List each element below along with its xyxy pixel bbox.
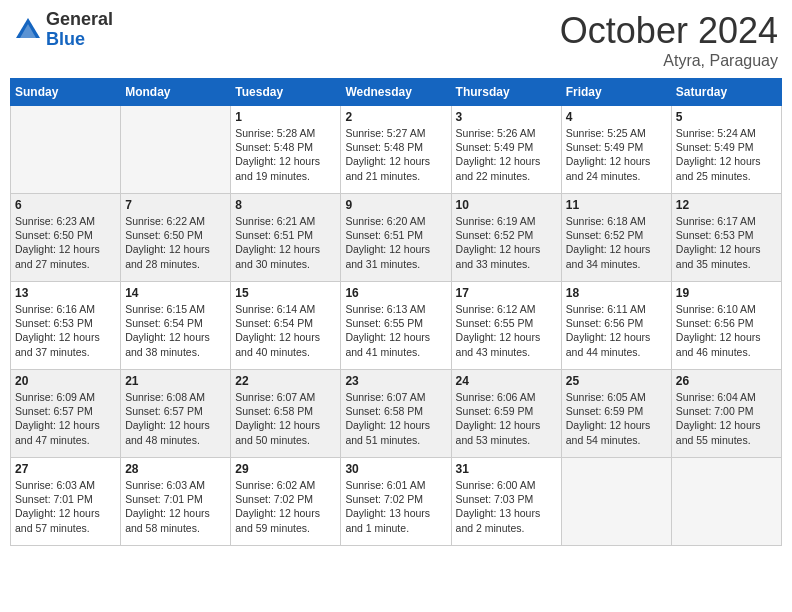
calendar-cell: 19Sunrise: 6:10 AM Sunset: 6:56 PM Dayli… <box>671 282 781 370</box>
day-number: 23 <box>345 374 446 388</box>
calendar-cell: 5Sunrise: 5:24 AM Sunset: 5:49 PM Daylig… <box>671 106 781 194</box>
location-subtitle: Atyra, Paraguay <box>560 52 778 70</box>
calendar-dow-tuesday: Tuesday <box>231 79 341 106</box>
day-number: 19 <box>676 286 777 300</box>
month-title: October 2024 <box>560 10 778 52</box>
day-number: 3 <box>456 110 557 124</box>
calendar-cell: 14Sunrise: 6:15 AM Sunset: 6:54 PM Dayli… <box>121 282 231 370</box>
logo-icon <box>14 16 42 44</box>
logo-general: General <box>46 10 113 30</box>
calendar-cell: 20Sunrise: 6:09 AM Sunset: 6:57 PM Dayli… <box>11 370 121 458</box>
day-number: 11 <box>566 198 667 212</box>
day-number: 21 <box>125 374 226 388</box>
day-info: Sunrise: 5:25 AM Sunset: 5:49 PM Dayligh… <box>566 126 667 183</box>
day-info: Sunrise: 6:09 AM Sunset: 6:57 PM Dayligh… <box>15 390 116 447</box>
calendar-table: SundayMondayTuesdayWednesdayThursdayFrid… <box>10 78 782 546</box>
calendar-cell <box>11 106 121 194</box>
calendar-cell: 11Sunrise: 6:18 AM Sunset: 6:52 PM Dayli… <box>561 194 671 282</box>
day-info: Sunrise: 6:21 AM Sunset: 6:51 PM Dayligh… <box>235 214 336 271</box>
day-info: Sunrise: 6:11 AM Sunset: 6:56 PM Dayligh… <box>566 302 667 359</box>
calendar-cell: 3Sunrise: 5:26 AM Sunset: 5:49 PM Daylig… <box>451 106 561 194</box>
calendar-dow-sunday: Sunday <box>11 79 121 106</box>
calendar-week-row: 6Sunrise: 6:23 AM Sunset: 6:50 PM Daylig… <box>11 194 782 282</box>
calendar-cell: 30Sunrise: 6:01 AM Sunset: 7:02 PM Dayli… <box>341 458 451 546</box>
day-info: Sunrise: 6:04 AM Sunset: 7:00 PM Dayligh… <box>676 390 777 447</box>
calendar-cell: 22Sunrise: 6:07 AM Sunset: 6:58 PM Dayli… <box>231 370 341 458</box>
calendar-cell: 4Sunrise: 5:25 AM Sunset: 5:49 PM Daylig… <box>561 106 671 194</box>
calendar-cell: 9Sunrise: 6:20 AM Sunset: 6:51 PM Daylig… <box>341 194 451 282</box>
day-info: Sunrise: 6:23 AM Sunset: 6:50 PM Dayligh… <box>15 214 116 271</box>
calendar-cell: 21Sunrise: 6:08 AM Sunset: 6:57 PM Dayli… <box>121 370 231 458</box>
calendar-week-row: 20Sunrise: 6:09 AM Sunset: 6:57 PM Dayli… <box>11 370 782 458</box>
calendar-cell: 15Sunrise: 6:14 AM Sunset: 6:54 PM Dayli… <box>231 282 341 370</box>
calendar-cell: 8Sunrise: 6:21 AM Sunset: 6:51 PM Daylig… <box>231 194 341 282</box>
calendar-week-row: 1Sunrise: 5:28 AM Sunset: 5:48 PM Daylig… <box>11 106 782 194</box>
calendar-dow-friday: Friday <box>561 79 671 106</box>
day-number: 10 <box>456 198 557 212</box>
calendar-cell: 13Sunrise: 6:16 AM Sunset: 6:53 PM Dayli… <box>11 282 121 370</box>
calendar-week-row: 13Sunrise: 6:16 AM Sunset: 6:53 PM Dayli… <box>11 282 782 370</box>
day-number: 31 <box>456 462 557 476</box>
calendar-cell: 18Sunrise: 6:11 AM Sunset: 6:56 PM Dayli… <box>561 282 671 370</box>
day-info: Sunrise: 5:27 AM Sunset: 5:48 PM Dayligh… <box>345 126 446 183</box>
day-number: 29 <box>235 462 336 476</box>
day-number: 27 <box>15 462 116 476</box>
day-number: 22 <box>235 374 336 388</box>
logo-blue: Blue <box>46 30 113 50</box>
day-info: Sunrise: 6:06 AM Sunset: 6:59 PM Dayligh… <box>456 390 557 447</box>
calendar-cell: 27Sunrise: 6:03 AM Sunset: 7:01 PM Dayli… <box>11 458 121 546</box>
day-info: Sunrise: 6:14 AM Sunset: 6:54 PM Dayligh… <box>235 302 336 359</box>
logo: General Blue <box>14 10 113 50</box>
day-number: 26 <box>676 374 777 388</box>
day-number: 17 <box>456 286 557 300</box>
day-info: Sunrise: 6:13 AM Sunset: 6:55 PM Dayligh… <box>345 302 446 359</box>
day-number: 6 <box>15 198 116 212</box>
day-info: Sunrise: 6:03 AM Sunset: 7:01 PM Dayligh… <box>15 478 116 535</box>
day-info: Sunrise: 6:18 AM Sunset: 6:52 PM Dayligh… <box>566 214 667 271</box>
day-number: 28 <box>125 462 226 476</box>
calendar-cell: 2Sunrise: 5:27 AM Sunset: 5:48 PM Daylig… <box>341 106 451 194</box>
day-number: 18 <box>566 286 667 300</box>
day-info: Sunrise: 6:12 AM Sunset: 6:55 PM Dayligh… <box>456 302 557 359</box>
day-info: Sunrise: 6:10 AM Sunset: 6:56 PM Dayligh… <box>676 302 777 359</box>
calendar-dow-saturday: Saturday <box>671 79 781 106</box>
day-number: 24 <box>456 374 557 388</box>
day-info: Sunrise: 6:19 AM Sunset: 6:52 PM Dayligh… <box>456 214 557 271</box>
calendar-dow-wednesday: Wednesday <box>341 79 451 106</box>
calendar-cell <box>671 458 781 546</box>
day-number: 25 <box>566 374 667 388</box>
day-info: Sunrise: 6:20 AM Sunset: 6:51 PM Dayligh… <box>345 214 446 271</box>
page-header: General Blue October 2024 Atyra, Paragua… <box>10 10 782 70</box>
day-info: Sunrise: 6:01 AM Sunset: 7:02 PM Dayligh… <box>345 478 446 535</box>
calendar-cell: 10Sunrise: 6:19 AM Sunset: 6:52 PM Dayli… <box>451 194 561 282</box>
calendar-cell: 23Sunrise: 6:07 AM Sunset: 6:58 PM Dayli… <box>341 370 451 458</box>
calendar-cell: 26Sunrise: 6:04 AM Sunset: 7:00 PM Dayli… <box>671 370 781 458</box>
day-number: 8 <box>235 198 336 212</box>
day-info: Sunrise: 5:28 AM Sunset: 5:48 PM Dayligh… <box>235 126 336 183</box>
calendar-cell: 31Sunrise: 6:00 AM Sunset: 7:03 PM Dayli… <box>451 458 561 546</box>
calendar-cell: 12Sunrise: 6:17 AM Sunset: 6:53 PM Dayli… <box>671 194 781 282</box>
day-info: Sunrise: 6:07 AM Sunset: 6:58 PM Dayligh… <box>345 390 446 447</box>
day-info: Sunrise: 6:05 AM Sunset: 6:59 PM Dayligh… <box>566 390 667 447</box>
day-info: Sunrise: 6:03 AM Sunset: 7:01 PM Dayligh… <box>125 478 226 535</box>
day-number: 1 <box>235 110 336 124</box>
day-number: 30 <box>345 462 446 476</box>
day-info: Sunrise: 6:22 AM Sunset: 6:50 PM Dayligh… <box>125 214 226 271</box>
day-number: 7 <box>125 198 226 212</box>
calendar-cell: 7Sunrise: 6:22 AM Sunset: 6:50 PM Daylig… <box>121 194 231 282</box>
day-number: 12 <box>676 198 777 212</box>
calendar-cell: 6Sunrise: 6:23 AM Sunset: 6:50 PM Daylig… <box>11 194 121 282</box>
day-number: 13 <box>15 286 116 300</box>
day-info: Sunrise: 6:08 AM Sunset: 6:57 PM Dayligh… <box>125 390 226 447</box>
calendar-cell: 24Sunrise: 6:06 AM Sunset: 6:59 PM Dayli… <box>451 370 561 458</box>
day-info: Sunrise: 6:15 AM Sunset: 6:54 PM Dayligh… <box>125 302 226 359</box>
day-info: Sunrise: 5:26 AM Sunset: 5:49 PM Dayligh… <box>456 126 557 183</box>
day-number: 2 <box>345 110 446 124</box>
calendar-cell <box>561 458 671 546</box>
day-info: Sunrise: 6:02 AM Sunset: 7:02 PM Dayligh… <box>235 478 336 535</box>
logo-text: General Blue <box>46 10 113 50</box>
calendar-cell: 29Sunrise: 6:02 AM Sunset: 7:02 PM Dayli… <box>231 458 341 546</box>
day-number: 15 <box>235 286 336 300</box>
day-number: 14 <box>125 286 226 300</box>
calendar-cell: 1Sunrise: 5:28 AM Sunset: 5:48 PM Daylig… <box>231 106 341 194</box>
